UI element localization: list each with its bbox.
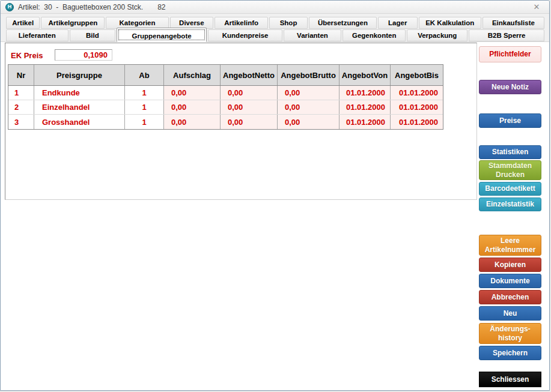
tab-label: Gegenkonten (352, 32, 396, 39)
close-icon[interactable]: ✕ (529, 3, 544, 11)
preise-button[interactable]: Preise (479, 113, 541, 128)
ek-preis-label: EK Preis (11, 51, 43, 60)
column-header-angebotbis: AngebotBis (391, 65, 443, 85)
statistiken-button[interactable]: Statistiken (479, 145, 541, 159)
cell-aufschlag[interactable]: 0,00 (164, 115, 221, 129)
cell-ab[interactable]: 1 (125, 115, 164, 129)
ek-preis-input[interactable] (55, 49, 112, 61)
tab-label: Artikelgruppen (49, 19, 98, 26)
cell-angebotbrutto[interactable]: 0,00 (278, 100, 339, 114)
app-icon: H (5, 3, 14, 11)
tab-label: Gruppenangebote (132, 32, 192, 40)
window-title: Artikel: 30 - Baguetteboxen 200 Stck. (18, 3, 143, 11)
cell-preisgruppe[interactable]: Endkunde (34, 86, 125, 100)
cell-nr[interactable]: 3 (8, 115, 34, 129)
tab-kategorien[interactable]: Kategorien (106, 17, 168, 29)
tab-label: Verpackung (418, 32, 457, 39)
cell-nr[interactable]: 2 (8, 100, 34, 114)
column-header-angebotbrutto: AngebotBrutto (278, 65, 339, 85)
neue-notiz-button[interactable]: Neue Notiz (479, 80, 541, 94)
tab-shop[interactable]: Shop (269, 17, 308, 29)
tab-diverse[interactable]: Diverse (170, 17, 214, 29)
cell-preisgruppe[interactable]: Grosshandel (34, 115, 125, 129)
tab-label: B2B Sperre (488, 32, 526, 39)
artikel-window: H Artikel: 30 - Baguetteboxen 200 Stck. … (0, 0, 550, 391)
neu-button[interactable]: Neu (479, 306, 541, 321)
tab-verpackung[interactable]: Verpackung (407, 29, 467, 41)
speichern-button[interactable]: Speichern (479, 346, 541, 360)
cell-angebotbis[interactable]: 01.01.2000 (391, 115, 443, 129)
kopieren-button[interactable]: Kopieren (479, 258, 541, 272)
tab-label: Einkaufsliste (492, 19, 535, 26)
tab-lieferanten[interactable]: Lieferanten (6, 29, 68, 41)
cell-angebotnetto[interactable]: 0,00 (221, 115, 278, 129)
cell-ab[interactable]: 1 (125, 86, 164, 100)
column-header-aufschlag: Aufschlag (164, 65, 221, 85)
tab-label: Artikel (12, 19, 34, 26)
cell-aufschlag[interactable]: 0,00 (164, 86, 221, 100)
tab-label: Kundenpreise (222, 32, 269, 39)
tab-artikelinfo[interactable]: Artikelinfo (215, 17, 268, 29)
cell-nr[interactable]: 1 (8, 86, 34, 100)
leere-artikelnummer-button[interactable]: Leere Artikelnummer (479, 235, 541, 256)
tab-bild[interactable]: Bild (70, 29, 116, 41)
cell-angebotnetto[interactable]: 0,00 (221, 100, 278, 114)
dokumente-button[interactable]: Dokumente (479, 274, 541, 288)
tab-varianten[interactable]: Varianten (284, 29, 341, 41)
abbrechen-button[interactable]: Abbrechen (479, 290, 541, 304)
cell-angebotvon[interactable]: 01.01.2000 (339, 115, 391, 129)
cell-angebotbis[interactable]: 01.01.2000 (391, 86, 443, 100)
main-content: EK Preis NrPreisgruppeAbAufschlagAngebot… (1, 42, 549, 390)
table-row[interactable]: 1Endkunde10,000,000,0001.01.200001.01.20… (8, 86, 443, 100)
stammdaten-drucken-button[interactable]: Stammdaten Drucken (479, 160, 541, 180)
cell-angebotbis[interactable]: 01.01.2000 (391, 100, 443, 114)
table-row[interactable]: 2Einzelhandel10,000,000,0001.01.200001.0… (8, 100, 443, 115)
tab-strip: ArtikelArtikelgruppenKategorienDiverseAr… (1, 14, 549, 42)
aenderungs-history-button[interactable]: Änderungs- history (479, 323, 541, 344)
tab-label: EK Kalkulation (425, 19, 474, 26)
tab-einkaufsliste[interactable]: Einkaufsliste (483, 17, 544, 29)
cell-ab[interactable]: 1 (125, 100, 164, 114)
tab-lager[interactable]: Lager (378, 17, 418, 29)
column-header-ab: Ab (125, 65, 164, 85)
tab-b2b-sperre[interactable]: B2B Sperre (469, 29, 544, 41)
table-row[interactable]: 3Grosshandel10,000,000,0001.01.200001.01… (8, 115, 443, 129)
gruppenangebote-panel: EK Preis NrPreisgruppeAbAufschlagAngebot… (5, 43, 477, 200)
tab-ek-kalkulation[interactable]: EK Kalkulation (419, 17, 481, 29)
cell-aufschlag[interactable]: 0,00 (164, 100, 221, 114)
barcodeetikett-button[interactable]: Barcodeetikett (479, 182, 541, 196)
tab-row-1: ArtikelArtikelgruppenKategorienDiverseAr… (6, 17, 544, 29)
tab-artikel[interactable]: Artikel (6, 17, 40, 29)
cell-angebotnetto[interactable]: 0,00 (221, 86, 278, 100)
schliessen-button[interactable]: Schliessen (479, 372, 541, 387)
tab-label: Varianten (297, 32, 328, 39)
column-header-angebotnetto: AngebotNetto (221, 65, 278, 85)
preisgruppen-table: NrPreisgruppeAbAufschlagAngebotNettoAnge… (8, 64, 443, 130)
window-title-code: 82 (157, 3, 165, 11)
cell-angebotvon[interactable]: 01.01.2000 (339, 86, 391, 100)
action-button-strip: PflichtfelderNeue NotizPreiseStatistiken… (479, 42, 546, 390)
einzelstatistik-button[interactable]: Einzelstatistik (479, 198, 541, 211)
cell-angebotbrutto[interactable]: 0,00 (278, 115, 339, 129)
tab-row-2: LieferantenBildGruppenangeboteKundenprei… (6, 29, 544, 41)
title-bar[interactable]: H Artikel: 30 - Baguetteboxen 200 Stck. … (1, 1, 549, 14)
tab-label: Diverse (179, 19, 204, 26)
cell-angebotvon[interactable]: 01.01.2000 (339, 100, 391, 114)
column-header-nr: Nr (8, 65, 34, 85)
tab-label: Artikelinfo (224, 19, 258, 26)
tab-label: Shop (280, 19, 297, 26)
pflichtfelder-button[interactable]: Pflichtfelder (479, 46, 541, 62)
tab-artikelgruppen[interactable]: Artikelgruppen (41, 17, 105, 29)
tab-label: Lieferanten (19, 32, 56, 39)
tab-bersetzungen[interactable]: Übersetzungen (309, 17, 377, 29)
tab-label: Übersetzungen (318, 19, 368, 26)
tab-label: Kategorien (119, 19, 155, 26)
column-header-preisgruppe: Preisgruppe (34, 65, 125, 85)
tab-label: Lager (388, 19, 407, 26)
tab-gegenkonten[interactable]: Gegenkonten (342, 29, 406, 41)
cell-angebotbrutto[interactable]: 0,00 (278, 86, 339, 100)
tab-label: Bild (86, 32, 99, 39)
cell-preisgruppe[interactable]: Einzelhandel (34, 100, 125, 114)
tab-gruppenangebote[interactable]: Gruppenangebote (117, 28, 207, 42)
tab-kundenpreise[interactable]: Kundenpreise (208, 29, 282, 41)
